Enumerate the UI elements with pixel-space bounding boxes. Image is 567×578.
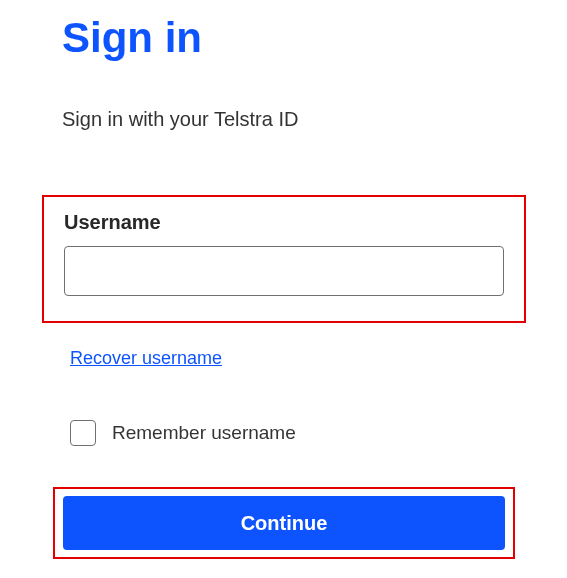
username-input[interactable]: [64, 246, 504, 296]
page-title: Sign in: [62, 14, 202, 62]
username-field-group: Username: [42, 195, 526, 323]
recover-username-link[interactable]: Recover username: [70, 348, 222, 369]
continue-button-wrap: Continue: [53, 487, 515, 559]
username-label: Username: [64, 211, 504, 234]
remember-row: Remember username: [70, 420, 296, 446]
page-subtitle: Sign in with your Telstra ID: [62, 108, 298, 131]
continue-button[interactable]: Continue: [63, 496, 505, 550]
remember-checkbox[interactable]: [70, 420, 96, 446]
remember-label: Remember username: [112, 422, 296, 444]
